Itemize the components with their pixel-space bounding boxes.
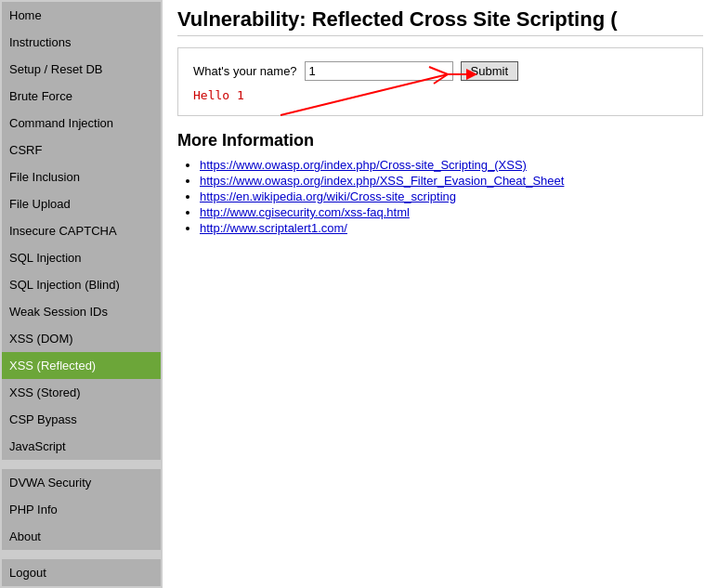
sidebar-item-insecure-captcha[interactable]: Insecure CAPTCHA bbox=[2, 217, 161, 244]
more-info-link[interactable]: https://www.owasp.org/index.php/XSS_Filt… bbox=[200, 174, 564, 188]
sidebar-item-brute-force[interactable]: Brute Force bbox=[2, 83, 161, 110]
more-info-link[interactable]: http://www.scriptalert1.com/ bbox=[200, 221, 347, 235]
sidebar-item-file-upload[interactable]: File Upload bbox=[2, 190, 161, 217]
sidebar-item-php-info[interactable]: PHP Info bbox=[2, 496, 161, 523]
sidebar-item-xss-stored[interactable]: XSS (Stored) bbox=[2, 379, 161, 406]
sidebar-top-items: HomeInstructionsSetup / Reset DBBrute Fo… bbox=[2, 2, 161, 460]
sidebar-item-csrf[interactable]: CSRF bbox=[2, 137, 161, 163]
more-info-list: https://www.owasp.org/index.php/Cross-si… bbox=[177, 158, 703, 235]
more-info-item: https://www.owasp.org/index.php/XSS_Filt… bbox=[200, 174, 703, 188]
sidebar-divider-2 bbox=[2, 552, 161, 557]
name-input[interactable] bbox=[305, 61, 453, 81]
arrow-annotation bbox=[178, 48, 702, 115]
more-info-link[interactable]: https://www.owasp.org/index.php/Cross-si… bbox=[200, 158, 527, 172]
sidebar: HomeInstructionsSetup / Reset DBBrute Fo… bbox=[0, 0, 163, 588]
sidebar-item-sql-injection[interactable]: SQL Injection bbox=[2, 244, 161, 271]
sidebar-item-logout[interactable]: Logout bbox=[2, 559, 161, 586]
more-info-item: https://www.owasp.org/index.php/Cross-si… bbox=[200, 158, 703, 172]
form-box: What's your name? Submit Hello 1 bbox=[177, 47, 703, 116]
sidebar-divider bbox=[2, 462, 161, 467]
sidebar-item-csp-bypass[interactable]: CSP Bypass bbox=[2, 406, 161, 433]
sidebar-item-sql-injection-blind[interactable]: SQL Injection (Blind) bbox=[2, 271, 161, 298]
sidebar-item-weak-session-ids[interactable]: Weak Session IDs bbox=[2, 298, 161, 325]
main-content: Vulnerability: Reflected Cross Site Scri… bbox=[163, 0, 718, 588]
more-info-link[interactable]: http://www.cgisecurity.com/xss-faq.html bbox=[200, 205, 410, 219]
sidebar-item-home[interactable]: Home bbox=[2, 2, 161, 29]
sidebar-item-file-inclusion[interactable]: File Inclusion bbox=[2, 163, 161, 190]
sidebar-item-xss-reflected[interactable]: XSS (Reflected) bbox=[2, 352, 161, 379]
sidebar-item-dvwa-security[interactable]: DVWA Security bbox=[2, 469, 161, 496]
form-row: What's your name? Submit bbox=[193, 61, 687, 81]
sidebar-item-about[interactable]: About bbox=[2, 523, 161, 550]
submit-button[interactable]: Submit bbox=[461, 61, 518, 81]
form-label: What's your name? bbox=[193, 64, 297, 78]
sidebar-bottom-items: DVWA SecurityPHP InfoAbout bbox=[2, 469, 161, 550]
page-title: Vulnerability: Reflected Cross Site Scri… bbox=[177, 7, 703, 36]
hello-output: Hello 1 bbox=[193, 88, 687, 102]
more-info-title: More Information bbox=[177, 131, 703, 150]
more-info-item: http://www.scriptalert1.com/ bbox=[200, 221, 703, 235]
more-info-section: More Information https://www.owasp.org/i… bbox=[177, 131, 703, 235]
more-info-link[interactable]: https://en.wikipedia.org/wiki/Cross-site… bbox=[200, 189, 456, 203]
more-info-item: https://en.wikipedia.org/wiki/Cross-site… bbox=[200, 189, 703, 203]
sidebar-item-setup[interactable]: Setup / Reset DB bbox=[2, 56, 161, 83]
sidebar-item-xss-dom[interactable]: XSS (DOM) bbox=[2, 325, 161, 352]
more-info-item: http://www.cgisecurity.com/xss-faq.html bbox=[200, 205, 703, 219]
sidebar-item-javascript[interactable]: JavaScript bbox=[2, 433, 161, 460]
sidebar-item-instructions[interactable]: Instructions bbox=[2, 29, 161, 56]
sidebar-item-command-injection[interactable]: Command Injection bbox=[2, 110, 161, 137]
